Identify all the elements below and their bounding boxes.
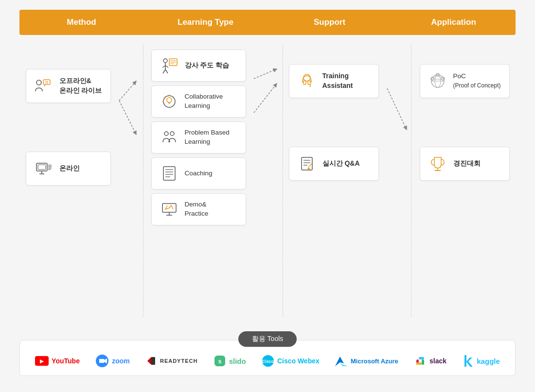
person-chat-icon <box>34 76 54 96</box>
slack-label: slack <box>429 357 446 365</box>
instructor-icon <box>160 56 179 75</box>
learning-card-problem-based[interactable]: Problem Based Learning <box>151 121 246 153</box>
svg-rect-33 <box>163 167 175 180</box>
svg-rect-74 <box>419 357 424 359</box>
readytech-icon <box>145 355 157 367</box>
svg-point-14 <box>163 59 167 63</box>
svg-text:s: s <box>218 358 221 365</box>
svg-point-31 <box>164 132 168 136</box>
learning-demo-label: Demo&Practice <box>185 200 209 219</box>
support-training-label: TrainingAssistant <box>322 71 353 90</box>
learning-problem-label: Problem Based Learning <box>185 128 238 147</box>
slack-icon <box>414 355 427 367</box>
col-application: PoC(Proof of Concept) 경진대회 <box>413 45 516 317</box>
col-method: 오프라인&온라인 라이브 온 <box>19 45 117 317</box>
svg-marker-64 <box>99 359 104 363</box>
tools-badge: 활용 Tools <box>238 331 297 347</box>
trophy-icon <box>428 154 447 173</box>
youtube-icon <box>35 356 49 366</box>
svg-line-17 <box>165 66 168 68</box>
slido-label: slido <box>229 357 246 365</box>
arrows-col2 <box>251 59 281 215</box>
header-application: Application <box>392 17 516 27</box>
people-icon <box>160 128 179 147</box>
headset-icon <box>297 71 317 91</box>
header-bar: Method Learning Type Support Application <box>19 10 516 35</box>
header-support: Support <box>268 17 392 27</box>
learning-card-demo-practice[interactable]: Demo&Practice <box>151 193 246 225</box>
svg-rect-76 <box>416 362 422 365</box>
book-monitor-icon <box>34 159 54 178</box>
svg-line-18 <box>163 69 165 73</box>
support-card-realtime-qa[interactable]: 실시간 Q&A <box>289 147 379 181</box>
svg-rect-43 <box>303 81 306 85</box>
youtube-label: YouTube <box>52 357 80 365</box>
azure-icon <box>335 355 348 367</box>
kaggle-icon <box>462 355 474 367</box>
svg-line-49 <box>308 163 312 167</box>
app-card-poc[interactable]: PoC(Proof of Concept) <box>420 64 510 98</box>
kaggle-label: kaggle <box>477 357 500 365</box>
header-method: Method <box>19 17 143 27</box>
globe-nodes-icon <box>428 71 447 91</box>
main-content: 오프라인&온라인 라이브 온 <box>19 45 516 317</box>
learning-card-instructor[interactable]: 강사 주도 학습 <box>151 50 246 82</box>
method-card-online[interactable]: 온라인 <box>26 152 111 186</box>
svg-rect-45 <box>302 157 312 170</box>
webex-label: Cisco Webex <box>277 357 320 365</box>
demo-icon <box>160 200 179 219</box>
svg-text:Cisco: Cisco <box>262 359 274 364</box>
svg-rect-44 <box>308 81 310 85</box>
brain-icon <box>160 92 179 111</box>
learning-collaborative-label: Collaborative Learning <box>185 92 238 111</box>
tool-slido: s slido <box>214 355 246 367</box>
app-competition-label: 경진대회 <box>453 159 481 169</box>
tool-slack: slack <box>414 355 446 367</box>
svg-point-42 <box>303 74 310 81</box>
tool-zoom: zoom <box>95 354 130 368</box>
svg-line-19 <box>165 69 168 73</box>
learning-card-collaborative[interactable]: Collaborative Learning <box>151 85 246 118</box>
svg-point-32 <box>170 132 174 136</box>
svg-point-2 <box>36 80 41 85</box>
tool-webex: Cisco Cisco Webex <box>262 355 320 367</box>
separator-3 <box>411 45 411 317</box>
tool-azure: Microsoft Azure <box>335 355 398 367</box>
support-card-training-assistant[interactable]: TrainingAssistant <box>289 64 379 98</box>
svg-rect-66 <box>151 357 155 365</box>
qa-icon <box>297 154 317 173</box>
app-card-competition[interactable]: 경진대회 <box>420 147 510 181</box>
slido-icon: s <box>214 355 226 367</box>
separator-2 <box>283 45 283 317</box>
svg-marker-50 <box>307 167 310 170</box>
tool-kaggle: kaggle <box>462 355 500 367</box>
svg-marker-72 <box>340 363 348 366</box>
method-online-label: 온라인 <box>59 164 80 173</box>
tool-youtube: YouTube <box>35 356 80 366</box>
learning-card-coaching[interactable]: Coaching <box>151 157 246 189</box>
col-support: TrainingAssistant 실시간 Q&A <box>285 45 382 317</box>
learning-coaching-label: Coaching <box>185 169 213 178</box>
arrows-col1 <box>117 71 141 266</box>
azure-label: Microsoft Azure <box>351 358 398 365</box>
svg-rect-75 <box>422 359 424 365</box>
method-card-offline-online[interactable]: 오프라인&온라인 라이브 <box>26 69 111 103</box>
notes-icon <box>160 164 179 183</box>
svg-line-16 <box>162 66 165 68</box>
method-offline-label: 오프라인&온라인 라이브 <box>59 76 102 95</box>
readytech-label: READYTECH <box>160 358 197 364</box>
arrows-col3 <box>382 71 409 217</box>
zoom-label: zoom <box>112 357 130 365</box>
svg-rect-8 <box>38 165 46 170</box>
app-poc-label: PoC(Proof of Concept) <box>453 72 501 90</box>
svg-rect-0 <box>43 80 50 85</box>
tool-readytech: READYTECH <box>145 355 197 367</box>
learning-instructor-label: 강사 주도 학습 <box>185 61 230 70</box>
support-qa-label: 실시간 Q&A <box>322 159 360 169</box>
tools-section: 활용 Tools YouTube zoom <box>19 331 516 376</box>
zoom-icon <box>95 354 109 368</box>
svg-point-25 <box>167 98 172 102</box>
webex-icon: Cisco <box>262 355 274 367</box>
col-learning: 강사 주도 학습 Colla <box>145 45 251 317</box>
header-learning-type: Learning Type <box>143 17 268 27</box>
